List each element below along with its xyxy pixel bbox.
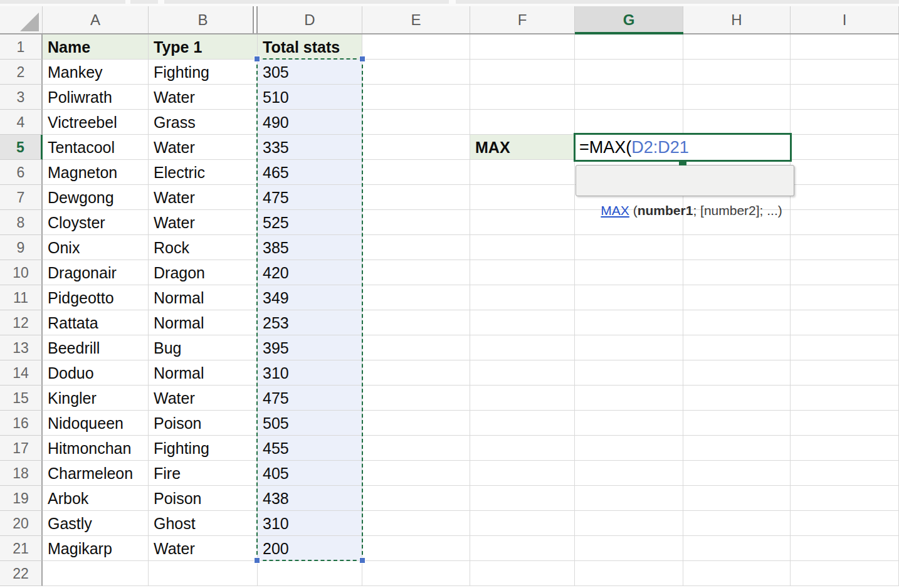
cell-H12[interactable] [683,310,791,335]
cell-E2[interactable] [362,60,470,85]
select-all-corner[interactable] [0,6,43,33]
cell-G16[interactable] [575,411,683,436]
cell-G17[interactable] [575,436,683,461]
cell-I8[interactable] [791,210,899,235]
row-header-15[interactable]: 15 [0,386,43,411]
cell-G4[interactable] [575,110,683,135]
cell-E9[interactable] [362,235,470,260]
cell-F21[interactable] [470,536,575,561]
row-header-19[interactable]: 19 [0,486,43,511]
cell-B15[interactable]: Water [149,386,258,411]
column-header-D[interactable]: D [258,6,362,33]
cell-B14[interactable]: Normal [149,360,258,386]
row-header-4[interactable]: 4 [0,110,43,135]
column-header-B[interactable]: B [149,6,258,33]
cell-D5[interactable]: 335 [258,135,362,160]
cell-F12[interactable] [470,310,575,335]
cell-D22[interactable] [258,561,362,586]
cell-B13[interactable]: Bug [149,335,258,360]
cell-B11[interactable]: Normal [149,285,258,310]
cell-H2[interactable] [683,60,791,85]
cell-H15[interactable] [683,386,791,411]
cell-F10[interactable] [470,260,575,285]
cell-H16[interactable] [683,411,791,436]
cell-G15[interactable] [575,386,683,411]
cell-I21[interactable] [791,536,899,561]
cell-F14[interactable] [470,360,575,386]
cell-E1[interactable] [362,34,470,60]
cell-H21[interactable] [683,536,791,561]
cell-D15[interactable]: 475 [258,386,362,411]
cell-A17[interactable]: Hitmonchan [43,436,149,461]
cell-I16[interactable] [791,411,899,436]
cell-G21[interactable] [575,536,683,561]
column-header-G[interactable]: G [575,6,683,33]
cell-E16[interactable] [362,411,470,436]
cell-G13[interactable] [575,335,683,360]
cell-E10[interactable] [362,260,470,285]
cell-B17[interactable]: Fighting [149,436,258,461]
cell-F11[interactable] [470,285,575,310]
row-header-21[interactable]: 21 [0,536,43,561]
cell-A14[interactable]: Doduo [43,360,149,386]
cell-G22[interactable] [575,561,683,586]
cell-I12[interactable] [791,310,899,335]
cell-F15[interactable] [470,386,575,411]
row-header-8[interactable]: 8 [0,210,43,235]
cell-B18[interactable]: Fire [149,461,258,486]
column-header-H[interactable]: H [683,6,791,33]
cell-B12[interactable]: Normal [149,310,258,335]
row-header-12[interactable]: 12 [0,310,43,335]
cell-B8[interactable]: Water [149,210,258,235]
cell-B22[interactable] [149,561,258,586]
cell-H17[interactable] [683,436,791,461]
row-header-14[interactable]: 14 [0,360,43,386]
cell-F16[interactable] [470,411,575,436]
cell-G20[interactable] [575,511,683,536]
cell-D4[interactable]: 490 [258,110,362,135]
cell-A19[interactable]: Arbok [43,486,149,511]
cell-E14[interactable] [362,360,470,386]
cell-D18[interactable]: 405 [258,461,362,486]
cell-A20[interactable]: Gastly [43,511,149,536]
row-header-11[interactable]: 11 [0,285,43,310]
cell-F17[interactable] [470,436,575,461]
cell-I20[interactable] [791,511,899,536]
row-header-2[interactable]: 2 [0,60,43,85]
cell-A22[interactable] [43,561,149,586]
cell-H13[interactable] [683,335,791,360]
cell-I13[interactable] [791,335,899,360]
cell-H11[interactable] [683,285,791,310]
cell-A4[interactable]: Victreebel [43,110,149,135]
cell-E5[interactable] [362,135,470,160]
cell-G3[interactable] [575,85,683,110]
cell-D6[interactable]: 465 [258,160,362,185]
cell-H10[interactable] [683,260,791,285]
cell-I9[interactable] [791,235,899,260]
cell-A21[interactable]: Magikarp [43,536,149,561]
cell-I11[interactable] [791,285,899,310]
cell-A10[interactable]: Dragonair [43,260,149,285]
cell-A7[interactable]: Dewgong [43,185,149,210]
cell-E17[interactable] [362,436,470,461]
cell-A13[interactable]: Beedrill [43,335,149,360]
row-header-6[interactable]: 6 [0,160,43,185]
cell-G12[interactable] [575,310,683,335]
row-header-9[interactable]: 9 [0,235,43,260]
cell-E7[interactable] [362,185,470,210]
cell-E15[interactable] [362,386,470,411]
cell-H9[interactable] [683,235,791,260]
row-header-18[interactable]: 18 [0,461,43,486]
cell-B5[interactable]: Water [149,135,258,160]
cell-B20[interactable]: Ghost [149,511,258,536]
cell-B19[interactable]: Poison [149,486,258,511]
cell-D17[interactable]: 455 [258,436,362,461]
row-header-16[interactable]: 16 [0,411,43,436]
cell-I5[interactable] [791,135,899,160]
cell-D11[interactable]: 349 [258,285,362,310]
cell-D13[interactable]: 395 [258,335,362,360]
cell-G2[interactable] [575,60,683,85]
cell-I19[interactable] [791,486,899,511]
cell-F7[interactable] [470,185,575,210]
cell-F22[interactable] [470,561,575,586]
